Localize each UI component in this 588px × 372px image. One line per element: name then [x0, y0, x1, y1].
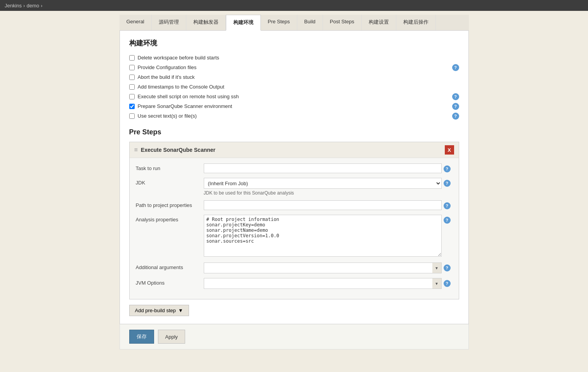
- jvm-options-row: JVM Options ▼ ?: [136, 278, 453, 289]
- analysis-textarea[interactable]: [204, 215, 442, 257]
- save-button[interactable]: 保存: [129, 330, 154, 344]
- execute-block: ≡ Execute SonarQube Scanner X Task to ru…: [129, 142, 459, 299]
- drag-handle-icon[interactable]: ≡: [134, 146, 138, 153]
- help-icon-additional-args[interactable]: ?: [444, 264, 451, 271]
- tab-bar: General 源码管理 构建触发器 构建环境 Pre Steps Build …: [120, 15, 469, 31]
- checkbox-label-timestamps: Add timestamps to the Console Output: [138, 84, 459, 90]
- form-section: Task to run ? JDK (Inherit From Job): [130, 158, 459, 299]
- analysis-label: Analysis properties: [136, 215, 204, 223]
- additional-args-row: Additional arguments ▼ ?: [136, 262, 453, 273]
- checkbox-row-7: Use secret text(s) or file(s) ?: [129, 113, 459, 119]
- sep2: ›: [41, 3, 42, 9]
- jdk-label: JDK: [136, 178, 204, 186]
- help-icon-secret-text[interactable]: ?: [452, 113, 459, 120]
- jvm-options-input[interactable]: [204, 278, 432, 289]
- additional-args-label: Additional arguments: [136, 262, 204, 270]
- help-icon-jdk[interactable]: ?: [444, 180, 451, 187]
- apply-button[interactable]: Apply: [158, 330, 186, 344]
- tab-triggers[interactable]: 构建触发器: [186, 15, 226, 30]
- path-label: Path to project properties: [136, 200, 204, 208]
- jvm-options-dropdown-button[interactable]: ▼: [432, 278, 442, 289]
- checkbox-label-ssh-script: Execute shell script on remote host usin…: [138, 94, 459, 99]
- checkbox-row-4: Add timestamps to the Console Output: [129, 84, 459, 90]
- task-to-run-help: ?: [442, 163, 453, 172]
- jdk-hint: JDK to be used for this SonarQube analys…: [204, 190, 442, 196]
- help-icon-jvm-options[interactable]: ?: [444, 280, 451, 287]
- path-control: [204, 200, 442, 210]
- top-bar: Jenkins › demo ›: [0, 0, 588, 11]
- checkbox-provide-config[interactable]: [129, 65, 135, 70]
- jvm-options-label: JVM Options: [136, 278, 204, 286]
- checkbox-row-6: Prepare SonarQube Scanner environment ?: [129, 103, 459, 109]
- close-execute-button[interactable]: X: [445, 145, 454, 155]
- checkbox-row-1: Delete workspace before build starts: [129, 55, 459, 61]
- checkbox-timestamps[interactable]: [129, 84, 135, 90]
- additional-args-help: ?: [442, 262, 453, 271]
- tab-settings[interactable]: 构建设置: [362, 15, 396, 30]
- tab-build-env[interactable]: 构建环境: [226, 15, 261, 31]
- additional-args-dropdown-button[interactable]: ▼: [432, 262, 442, 273]
- tab-general[interactable]: General: [120, 15, 152, 30]
- checkbox-secret-text[interactable]: [129, 113, 135, 119]
- checkbox-label-delete-workspace: Delete workspace before build starts: [138, 55, 459, 61]
- checkbox-abort-stuck[interactable]: [129, 75, 135, 80]
- path-row: Path to project properties ?: [136, 200, 453, 210]
- checkbox-row-5: Execute shell script on remote host usin…: [129, 94, 459, 99]
- checkbox-row-3: Abort the build if it's stuck: [129, 74, 459, 80]
- jdk-row: JDK (Inherit From Job) JDK to be used fo…: [136, 178, 453, 196]
- tab-postbuild[interactable]: 构建后操作: [396, 15, 436, 30]
- checkbox-label-sonarqube-env: Prepare SonarQube Scanner environment: [138, 103, 459, 109]
- analysis-control: [204, 215, 442, 258]
- main-content: General 源码管理 构建触发器 构建环境 Pre Steps Build …: [120, 11, 469, 365]
- build-env-title: 构建环境: [129, 38, 459, 48]
- jvm-options-input-group: ▼: [204, 278, 442, 289]
- tab-scm[interactable]: 源码管理: [152, 15, 186, 30]
- tab-build[interactable]: Build: [297, 15, 323, 30]
- execute-header: ≡ Execute SonarQube Scanner X: [130, 142, 459, 158]
- checkbox-delete-workspace[interactable]: [129, 55, 135, 61]
- add-pre-build-step-button[interactable]: Add pre-build step ▼: [129, 305, 189, 316]
- demo-link[interactable]: demo: [26, 3, 39, 9]
- add-step-label: Add pre-build step: [135, 308, 176, 313]
- checkbox-ssh-script[interactable]: [129, 94, 135, 99]
- bottom-bar: 保存 Apply: [120, 324, 469, 349]
- analysis-help: ?: [442, 215, 453, 224]
- additional-args-control: ▼: [204, 262, 442, 273]
- help-icon-provide-config[interactable]: ?: [452, 64, 459, 71]
- jenkins-link[interactable]: Jenkins: [5, 3, 22, 9]
- add-step-arrow-icon: ▼: [178, 308, 183, 313]
- tab-presteps[interactable]: Pre Steps: [261, 15, 297, 30]
- checkbox-label-provide-config: Provide Configuration files: [138, 64, 459, 70]
- pre-steps-title: Pre Steps: [129, 128, 459, 136]
- jvm-options-control: ▼: [204, 278, 442, 289]
- jdk-help: ?: [442, 178, 453, 187]
- panel: 构建环境 Delete workspace before build start…: [120, 31, 469, 324]
- help-icon-task-to-run[interactable]: ?: [444, 165, 451, 172]
- jdk-control: (Inherit From Job) JDK to be used for th…: [204, 178, 442, 196]
- task-to-run-input[interactable]: [204, 163, 442, 173]
- analysis-row: Analysis properties ?: [136, 215, 453, 258]
- task-to-run-control: [204, 163, 442, 173]
- path-input[interactable]: [204, 200, 442, 210]
- additional-args-input[interactable]: [204, 262, 432, 273]
- path-help: ?: [442, 200, 453, 209]
- checkbox-label-secret-text: Use secret text(s) or file(s): [138, 113, 459, 119]
- help-icon-path[interactable]: ?: [444, 202, 451, 209]
- execute-block-title: Execute SonarQube Scanner: [141, 147, 215, 153]
- jdk-select[interactable]: (Inherit From Job): [204, 178, 442, 189]
- additional-args-input-group: ▼: [204, 262, 442, 273]
- task-to-run-label: Task to run: [136, 163, 204, 171]
- checkbox-row-2: Provide Configuration files ?: [129, 64, 459, 70]
- task-to-run-row: Task to run ?: [136, 163, 453, 173]
- checkbox-sonarqube-env[interactable]: [129, 104, 135, 109]
- help-icon-sonarqube-env[interactable]: ?: [452, 103, 459, 110]
- sep1: ›: [23, 3, 25, 9]
- execute-header-left: ≡ Execute SonarQube Scanner: [134, 146, 216, 153]
- help-icon-analysis[interactable]: ?: [444, 217, 451, 224]
- help-icon-ssh-script[interactable]: ?: [452, 93, 459, 100]
- checkbox-label-abort-stuck: Abort the build if it's stuck: [138, 74, 459, 80]
- jvm-options-help: ?: [442, 278, 453, 287]
- tab-poststeps[interactable]: Post Steps: [323, 15, 362, 30]
